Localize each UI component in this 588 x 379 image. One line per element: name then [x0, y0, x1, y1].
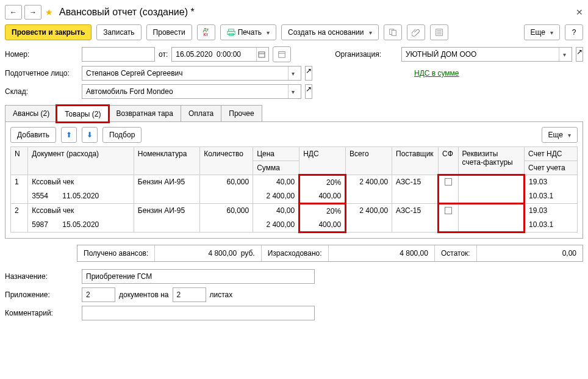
goods-table: N Документ (расхода) Номенклатура Количе…	[10, 146, 578, 233]
printer-icon	[227, 28, 235, 37]
warehouse-input[interactable]: ▾	[82, 84, 301, 99]
col-acct[interactable]: Счет учета	[525, 161, 578, 175]
svg-rect-4	[392, 31, 396, 36]
tab-goods[interactable]: Товары (2)	[57, 106, 109, 122]
tab-tare[interactable]: Возвратная тара	[108, 105, 181, 121]
sf-checkbox[interactable]	[445, 207, 452, 214]
vat-link[interactable]: НДС в сумме	[414, 69, 459, 78]
col-sum[interactable]: Сумма	[253, 161, 299, 175]
attach-button[interactable]	[407, 24, 425, 40]
close-icon[interactable]: ✕	[576, 7, 583, 17]
spent-label: Израсходовано:	[262, 245, 329, 261]
attach-label: Приложение:	[5, 291, 78, 299]
summary-bar: Получено авансов: 4 800,00 руб. Израсход…	[77, 245, 583, 262]
svg-rect-0	[228, 29, 234, 32]
org-dropdown-icon[interactable]: ▾	[559, 48, 569, 61]
tab-other[interactable]: Прочее	[221, 105, 262, 121]
help-button[interactable]: ?	[565, 24, 583, 40]
col-supplier[interactable]: Поставщик	[392, 147, 439, 175]
comment-label: Комментарий:	[5, 309, 78, 317]
col-qty[interactable]: Количество	[200, 147, 253, 175]
calendar-popup-button[interactable]	[273, 46, 291, 62]
move-up-button[interactable]: ⬆	[61, 127, 77, 143]
post-and-close-button[interactable]: Провести и закрыть	[5, 24, 91, 40]
create-based-button[interactable]: Создать на основании	[281, 24, 379, 40]
warehouse-label: Склад:	[5, 87, 78, 96]
purpose-label: Назначение:	[5, 272, 78, 281]
calendar-icon[interactable]	[256, 48, 266, 61]
more-button[interactable]: Еще	[524, 24, 560, 40]
col-price[interactable]: Цена	[253, 147, 299, 161]
nav-back-button[interactable]: ←	[5, 5, 22, 20]
favorite-icon[interactable]: ★	[45, 7, 53, 17]
col-vat[interactable]: НДС	[299, 147, 346, 175]
tab-advances[interactable]: Авансы (2)	[5, 105, 57, 121]
paperclip-icon	[412, 28, 420, 37]
list-icon	[435, 28, 443, 37]
balance-label: Остаток:	[435, 245, 477, 261]
org-input[interactable]: ▾	[401, 47, 572, 62]
report-button[interactable]	[430, 24, 448, 40]
warehouse-dropdown-icon[interactable]: ▾	[288, 85, 298, 98]
number-label: Номер:	[5, 50, 78, 59]
org-open-button[interactable]: ↗	[576, 47, 583, 62]
nav-fwd-button[interactable]: →	[24, 5, 41, 20]
table-more-button[interactable]: Еще	[542, 127, 578, 143]
calendar-lg-icon	[278, 50, 286, 59]
table-row[interactable]: 2Кссовый чекБензин АИ-9560,00040,0020%2 …	[11, 204, 578, 218]
col-nomen[interactable]: Номенклатура	[134, 147, 200, 175]
person-label: Подотчетное лицо:	[5, 69, 78, 78]
person-input[interactable]: ▾	[82, 66, 301, 81]
docs-icon	[389, 28, 397, 37]
add-row-button[interactable]: Добавить	[10, 127, 56, 143]
col-sf-details[interactable]: Реквизиты счета-фактуры	[458, 147, 525, 175]
attach-pages-input[interactable]	[173, 287, 206, 302]
adv-label: Получено авансов:	[77, 245, 155, 261]
print-button[interactable]: Печать	[220, 24, 276, 40]
pick-button[interactable]: Подбор	[102, 127, 142, 143]
purpose-input[interactable]	[82, 269, 315, 284]
col-sf[interactable]: СФ	[439, 147, 459, 175]
related-docs-button[interactable]	[384, 24, 402, 40]
col-n[interactable]: N	[11, 147, 28, 175]
warehouse-open-button[interactable]: ↗	[305, 84, 312, 99]
attach-docs-input[interactable]	[82, 287, 115, 302]
col-doc[interactable]: Документ (расхода)	[28, 147, 134, 175]
write-button[interactable]: Записать	[96, 24, 141, 40]
from-label: от:	[159, 50, 168, 59]
dtkt-button[interactable]: ДтКт	[197, 24, 215, 40]
tab-payment[interactable]: Оплата	[181, 105, 221, 121]
number-input[interactable]	[82, 47, 155, 62]
person-dropdown-icon[interactable]: ▾	[288, 67, 298, 80]
comment-input[interactable]	[82, 306, 315, 320]
sf-checkbox[interactable]	[445, 178, 452, 186]
table-row[interactable]: 1Кссовый чекБензин АИ-9560,00040,0020%2 …	[11, 175, 578, 190]
page-title: Авансовый отчет (создание) *	[59, 7, 195, 18]
person-open-button[interactable]: ↗	[305, 66, 312, 81]
svg-rect-1	[228, 31, 235, 34]
date-input[interactable]	[171, 47, 269, 62]
col-total[interactable]: Всего	[346, 147, 392, 175]
col-acct-vat[interactable]: Счет НДС	[525, 147, 578, 161]
svg-rect-11	[279, 52, 285, 58]
move-down-button[interactable]: ⬇	[82, 127, 98, 143]
svg-rect-9	[259, 52, 265, 57]
org-label: Организация:	[335, 50, 381, 59]
post-button[interactable]: Провести	[146, 24, 192, 40]
